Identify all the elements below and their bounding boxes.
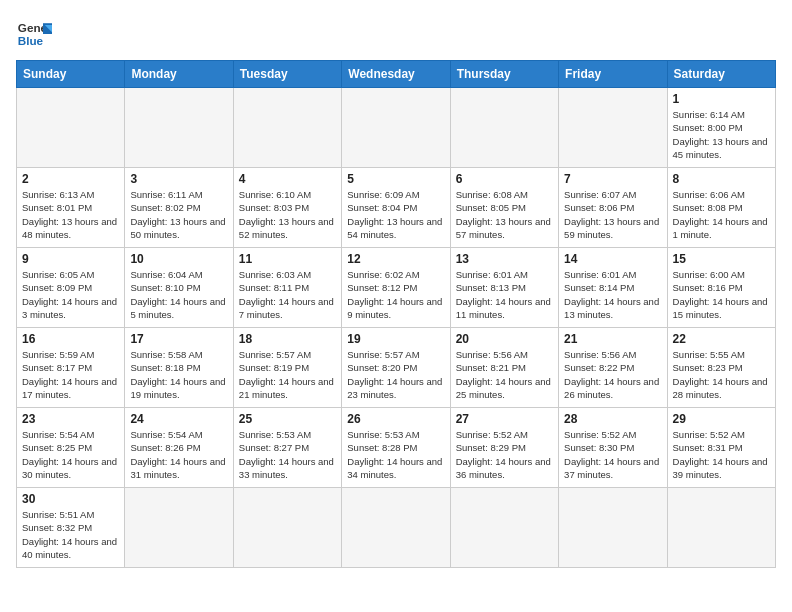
day-number: 10 xyxy=(130,252,227,266)
calendar-week-row: 9Sunrise: 6:05 AM Sunset: 8:09 PM Daylig… xyxy=(17,248,776,328)
calendar-cell xyxy=(233,88,341,168)
calendar-cell xyxy=(125,88,233,168)
day-number: 16 xyxy=(22,332,119,346)
calendar-cell: 15Sunrise: 6:00 AM Sunset: 8:16 PM Dayli… xyxy=(667,248,775,328)
day-number: 25 xyxy=(239,412,336,426)
day-info: Sunrise: 6:13 AM Sunset: 8:01 PM Dayligh… xyxy=(22,188,119,241)
logo: General Blue xyxy=(16,16,52,52)
day-info: Sunrise: 5:52 AM Sunset: 8:29 PM Dayligh… xyxy=(456,428,553,481)
day-number: 7 xyxy=(564,172,661,186)
calendar-cell xyxy=(559,488,667,568)
day-info: Sunrise: 6:11 AM Sunset: 8:02 PM Dayligh… xyxy=(130,188,227,241)
svg-text:Blue: Blue xyxy=(18,34,44,47)
calendar-cell xyxy=(450,488,558,568)
day-number: 18 xyxy=(239,332,336,346)
calendar-cell: 18Sunrise: 5:57 AM Sunset: 8:19 PM Dayli… xyxy=(233,328,341,408)
calendar-cell: 24Sunrise: 5:54 AM Sunset: 8:26 PM Dayli… xyxy=(125,408,233,488)
calendar-cell: 5Sunrise: 6:09 AM Sunset: 8:04 PM Daylig… xyxy=(342,168,450,248)
calendar-header-row: SundayMondayTuesdayWednesdayThursdayFrid… xyxy=(17,61,776,88)
calendar-cell: 19Sunrise: 5:57 AM Sunset: 8:20 PM Dayli… xyxy=(342,328,450,408)
calendar-body: 1Sunrise: 6:14 AM Sunset: 8:00 PM Daylig… xyxy=(17,88,776,568)
calendar-cell: 16Sunrise: 5:59 AM Sunset: 8:17 PM Dayli… xyxy=(17,328,125,408)
day-info: Sunrise: 6:14 AM Sunset: 8:00 PM Dayligh… xyxy=(673,108,770,161)
calendar-cell: 25Sunrise: 5:53 AM Sunset: 8:27 PM Dayli… xyxy=(233,408,341,488)
calendar-cell: 28Sunrise: 5:52 AM Sunset: 8:30 PM Dayli… xyxy=(559,408,667,488)
calendar-cell: 8Sunrise: 6:06 AM Sunset: 8:08 PM Daylig… xyxy=(667,168,775,248)
calendar-header-thursday: Thursday xyxy=(450,61,558,88)
calendar-cell: 20Sunrise: 5:56 AM Sunset: 8:21 PM Dayli… xyxy=(450,328,558,408)
calendar-cell: 30Sunrise: 5:51 AM Sunset: 8:32 PM Dayli… xyxy=(17,488,125,568)
day-info: Sunrise: 6:00 AM Sunset: 8:16 PM Dayligh… xyxy=(673,268,770,321)
calendar-week-row: 1Sunrise: 6:14 AM Sunset: 8:00 PM Daylig… xyxy=(17,88,776,168)
day-info: Sunrise: 5:53 AM Sunset: 8:27 PM Dayligh… xyxy=(239,428,336,481)
calendar-cell: 23Sunrise: 5:54 AM Sunset: 8:25 PM Dayli… xyxy=(17,408,125,488)
day-number: 1 xyxy=(673,92,770,106)
calendar-header-friday: Friday xyxy=(559,61,667,88)
calendar-cell: 3Sunrise: 6:11 AM Sunset: 8:02 PM Daylig… xyxy=(125,168,233,248)
calendar-cell xyxy=(450,88,558,168)
day-number: 9 xyxy=(22,252,119,266)
calendar-week-row: 23Sunrise: 5:54 AM Sunset: 8:25 PM Dayli… xyxy=(17,408,776,488)
calendar-cell xyxy=(17,88,125,168)
calendar-cell xyxy=(125,488,233,568)
calendar-cell: 10Sunrise: 6:04 AM Sunset: 8:10 PM Dayli… xyxy=(125,248,233,328)
calendar-header-monday: Monday xyxy=(125,61,233,88)
day-number: 13 xyxy=(456,252,553,266)
day-number: 17 xyxy=(130,332,227,346)
day-info: Sunrise: 5:59 AM Sunset: 8:17 PM Dayligh… xyxy=(22,348,119,401)
calendar-cell: 29Sunrise: 5:52 AM Sunset: 8:31 PM Dayli… xyxy=(667,408,775,488)
day-number: 21 xyxy=(564,332,661,346)
day-number: 15 xyxy=(673,252,770,266)
day-info: Sunrise: 6:01 AM Sunset: 8:14 PM Dayligh… xyxy=(564,268,661,321)
day-number: 23 xyxy=(22,412,119,426)
day-number: 26 xyxy=(347,412,444,426)
day-info: Sunrise: 6:09 AM Sunset: 8:04 PM Dayligh… xyxy=(347,188,444,241)
day-info: Sunrise: 6:08 AM Sunset: 8:05 PM Dayligh… xyxy=(456,188,553,241)
calendar-cell: 12Sunrise: 6:02 AM Sunset: 8:12 PM Dayli… xyxy=(342,248,450,328)
calendar-header-sunday: Sunday xyxy=(17,61,125,88)
calendar-cell: 21Sunrise: 5:56 AM Sunset: 8:22 PM Dayli… xyxy=(559,328,667,408)
day-info: Sunrise: 5:52 AM Sunset: 8:31 PM Dayligh… xyxy=(673,428,770,481)
day-number: 29 xyxy=(673,412,770,426)
day-number: 12 xyxy=(347,252,444,266)
day-number: 8 xyxy=(673,172,770,186)
day-number: 6 xyxy=(456,172,553,186)
calendar-header-tuesday: Tuesday xyxy=(233,61,341,88)
day-number: 14 xyxy=(564,252,661,266)
day-info: Sunrise: 5:57 AM Sunset: 8:19 PM Dayligh… xyxy=(239,348,336,401)
day-info: Sunrise: 5:53 AM Sunset: 8:28 PM Dayligh… xyxy=(347,428,444,481)
day-number: 2 xyxy=(22,172,119,186)
calendar-cell: 27Sunrise: 5:52 AM Sunset: 8:29 PM Dayli… xyxy=(450,408,558,488)
day-info: Sunrise: 6:03 AM Sunset: 8:11 PM Dayligh… xyxy=(239,268,336,321)
calendar-week-row: 2Sunrise: 6:13 AM Sunset: 8:01 PM Daylig… xyxy=(17,168,776,248)
day-info: Sunrise: 6:10 AM Sunset: 8:03 PM Dayligh… xyxy=(239,188,336,241)
day-info: Sunrise: 6:04 AM Sunset: 8:10 PM Dayligh… xyxy=(130,268,227,321)
calendar-cell: 22Sunrise: 5:55 AM Sunset: 8:23 PM Dayli… xyxy=(667,328,775,408)
calendar-cell: 1Sunrise: 6:14 AM Sunset: 8:00 PM Daylig… xyxy=(667,88,775,168)
day-number: 22 xyxy=(673,332,770,346)
calendar-cell: 6Sunrise: 6:08 AM Sunset: 8:05 PM Daylig… xyxy=(450,168,558,248)
day-info: Sunrise: 6:07 AM Sunset: 8:06 PM Dayligh… xyxy=(564,188,661,241)
calendar-cell xyxy=(559,88,667,168)
calendar-table: SundayMondayTuesdayWednesdayThursdayFrid… xyxy=(16,60,776,568)
day-number: 27 xyxy=(456,412,553,426)
day-number: 24 xyxy=(130,412,227,426)
calendar-cell: 26Sunrise: 5:53 AM Sunset: 8:28 PM Dayli… xyxy=(342,408,450,488)
calendar-cell xyxy=(342,488,450,568)
calendar-cell: 9Sunrise: 6:05 AM Sunset: 8:09 PM Daylig… xyxy=(17,248,125,328)
calendar-cell: 7Sunrise: 6:07 AM Sunset: 8:06 PM Daylig… xyxy=(559,168,667,248)
calendar-header-saturday: Saturday xyxy=(667,61,775,88)
page-header: General Blue xyxy=(16,16,776,52)
day-info: Sunrise: 5:58 AM Sunset: 8:18 PM Dayligh… xyxy=(130,348,227,401)
day-info: Sunrise: 5:55 AM Sunset: 8:23 PM Dayligh… xyxy=(673,348,770,401)
day-info: Sunrise: 5:54 AM Sunset: 8:25 PM Dayligh… xyxy=(22,428,119,481)
calendar-cell xyxy=(233,488,341,568)
day-info: Sunrise: 5:57 AM Sunset: 8:20 PM Dayligh… xyxy=(347,348,444,401)
day-info: Sunrise: 5:51 AM Sunset: 8:32 PM Dayligh… xyxy=(22,508,119,561)
calendar-cell: 17Sunrise: 5:58 AM Sunset: 8:18 PM Dayli… xyxy=(125,328,233,408)
day-number: 30 xyxy=(22,492,119,506)
calendar-cell: 2Sunrise: 6:13 AM Sunset: 8:01 PM Daylig… xyxy=(17,168,125,248)
day-number: 4 xyxy=(239,172,336,186)
calendar-week-row: 30Sunrise: 5:51 AM Sunset: 8:32 PM Dayli… xyxy=(17,488,776,568)
day-number: 11 xyxy=(239,252,336,266)
